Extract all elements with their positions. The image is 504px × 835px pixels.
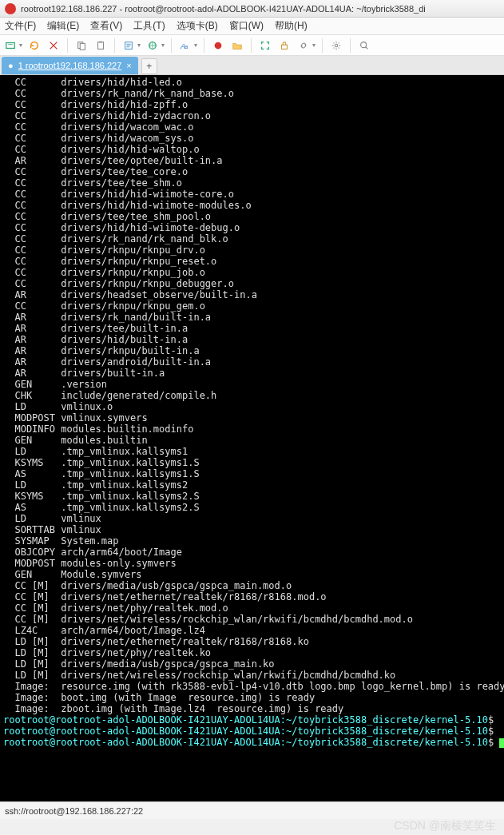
toolbar: ▾ ▾ ▾ Aa▾ ▾ [0,35,504,56]
status-connection: ssh://rootroot@192.168.186.227:22 [5,806,143,816]
svg-rect-1 [8,44,12,45]
svg-rect-4 [98,42,104,49]
script-icon[interactable] [121,38,136,53]
folder-icon[interactable] [230,38,244,53]
disconnect-icon[interactable] [46,38,61,53]
window-title: rootroot192.168.186.227 - rootroot@rootr… [21,4,499,14]
window-titlebar: rootroot192.168.186.227 - rootroot@rootr… [0,0,504,18]
menu-view[interactable]: 查看(V) [90,19,122,33]
menu-options[interactable]: 选项卡(B) [177,19,218,33]
svg-point-12 [335,44,338,47]
fullscreen-icon[interactable] [258,38,272,53]
connect-icon[interactable] [3,38,18,53]
toolbar-separator [204,38,204,53]
svg-point-10 [215,42,222,49]
menu-help[interactable]: 帮助(H) [275,19,308,33]
svg-rect-5 [99,41,102,42]
svg-text:a: a [185,43,188,49]
menu-tools[interactable]: 工具(T) [133,19,165,33]
toolbar-separator [251,38,252,53]
tab-session-1[interactable]: ● 1 rootroot192.168.186.227 × [2,57,138,74]
status-bar: ssh://rootroot@192.168.186.227:22 [0,801,504,819]
new-tab-button[interactable]: + [141,58,157,74]
paste-icon[interactable] [93,38,108,53]
tab-bullet: ● [8,61,14,70]
link-icon[interactable] [296,38,311,53]
lock-icon[interactable] [277,38,292,53]
search-icon[interactable] [357,38,371,53]
toolbar-separator [67,38,68,53]
font-icon[interactable]: Aa [178,38,192,53]
tab-bar: ● 1 rootroot192.168.186.227 × + [0,56,504,75]
gear-icon[interactable] [329,38,343,53]
copy-icon[interactable] [74,38,89,53]
watermark: CSDN @南棱笑笑生 [394,819,496,833]
menu-window[interactable]: 窗口(W) [229,19,264,33]
terminal-output[interactable]: CC drivers/hid/hid-led.o CC drivers/rk_n… [0,75,504,812]
toolbar-separator [114,38,115,53]
reconnect-icon[interactable] [27,38,42,53]
tab-label: 1 rootroot192.168.186.227 [18,61,122,70]
app-logo-icon [5,3,16,14]
toolbar-separator [350,38,351,53]
svg-rect-11 [282,45,288,49]
globe-icon[interactable] [145,38,160,53]
toolbar-separator [322,38,323,53]
svg-rect-0 [6,42,15,48]
menu-edit[interactable]: 编辑(E) [47,19,79,33]
svg-rect-3 [80,43,85,50]
menu-bar: 文件(F) 编辑(E) 查看(V) 工具(T) 选项卡(B) 窗口(W) 帮助(… [0,18,504,35]
menu-file[interactable]: 文件(F) [5,19,36,33]
svg-point-13 [361,42,367,47]
toolbar-separator [171,38,172,53]
swirl-icon[interactable] [211,38,225,53]
tab-close-icon[interactable]: × [126,61,131,70]
